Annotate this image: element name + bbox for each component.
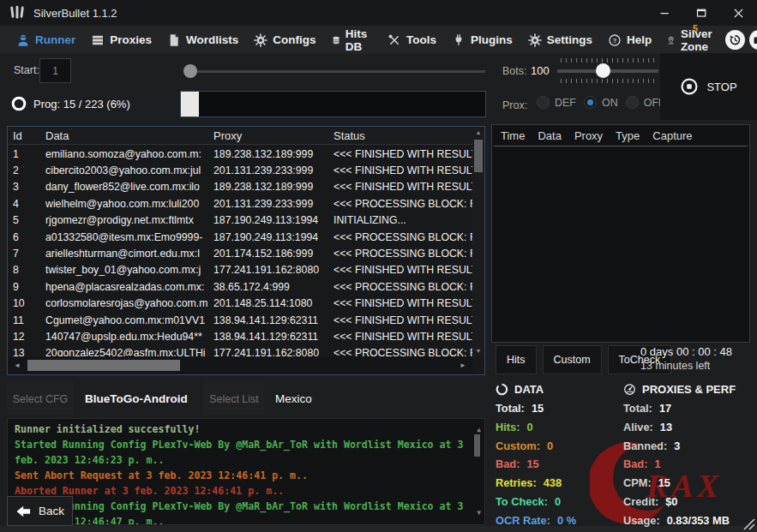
close-button[interactable] [720,0,757,26]
stat-label: Bad: [623,457,647,470]
tab-hits[interactable]: Hits [496,345,537,374]
start-input[interactable]: 1 [39,58,71,83]
scroll-right-icon[interactable]: ► [460,362,466,369]
nav-item-runner[interactable]: Runner [9,26,83,54]
column-header-time[interactable]: Time [501,129,525,142]
cell-proxy: 187.190.249.113:1994 [213,231,333,243]
timer-elapsed: 0 days 00 : 00 : 48 [640,344,732,359]
stat-value: $0 [665,495,677,508]
cell-id: 1 [13,148,45,160]
minimize-button[interactable] [646,0,683,26]
stat-label: Alive: [623,421,653,433]
column-header-proxy[interactable]: Proxy [213,129,333,142]
table-row[interactable]: 6a01332580@itesm.mx:Emo9999-187.190.249.… [8,229,472,245]
log-scroll-down-icon[interactable]: ▼ [477,505,481,521]
nav-item-plugins[interactable]: Plugins [444,26,520,54]
table-row[interactable]: 5rjgomezr@prodigy.net.mx:ftlmtx187.190.2… [8,212,472,229]
nav-item-proxies[interactable]: Proxies [83,26,159,54]
bots-slider-thumb[interactable] [596,63,610,78]
stat-label: Credit: [623,495,658,508]
data-stats-header: DATA [496,383,617,396]
tab-custom[interactable]: Custom [543,345,602,374]
nav-item-silver-zone[interactable]: Silver Zone5 [659,26,725,54]
maximize-button[interactable] [683,0,720,26]
nav-item-label: Tools [406,33,436,46]
table-row[interactable]: 1320gonzalez5402@asfm.mx:ULTHi177.241.19… [8,345,472,356]
cell-status: <<< FINISHED WITH RESULT [333,181,472,193]
bots-slider[interactable] [557,62,658,81]
column-header-type[interactable]: Type [616,129,640,142]
table-row[interactable]: 7arielleshturman@cimort.edu.mx:l201.174.… [8,245,472,261]
prox-option-def[interactable]: DEF [537,96,576,109]
progress-fill [181,92,199,117]
column-header-capture[interactable]: Capture [652,129,692,142]
history-button[interactable] [725,30,745,50]
cell-proxy: 201.174.152.186:999 [213,248,333,260]
cell-proxy: 177.241.191.162:8080 [213,264,333,276]
nav-item-wordlists[interactable]: Wordlists [159,26,246,54]
prox-option-off[interactable]: OFF [626,96,665,109]
table-row[interactable]: 2cibercito2003@yahoo.com.mx:jul201.131.2… [8,162,472,178]
radio-label: DEF [555,97,576,109]
nav-item-settings[interactable]: Settings [520,26,600,54]
table-row[interactable]: 1emiliano.somoza@yahoo.com.m:189.238.132… [8,146,472,162]
nav-item-tools[interactable]: Tools [380,26,444,54]
nav-item-configs[interactable]: Configs [246,26,323,54]
nav-item-hits-db[interactable]: Hits DB [324,26,381,54]
window-controls [646,0,757,26]
select-list-button[interactable]: Select List [203,382,265,415]
selected-wordlist: Mexico [275,392,312,405]
cell-status: <<< FINISHED WITH RESULT [333,148,472,160]
column-header-data[interactable]: Data [538,129,561,142]
table-row[interactable]: 11Cgumet@yahoo.com.mx:m01VV1138.94.141.1… [8,312,472,328]
scroll-up-icon[interactable]: ▲ [472,129,484,135]
stop-button[interactable]: STOP [660,53,757,120]
table-row[interactable]: 10corlosmolaresrojas@yahoo.com.m201.148.… [8,296,472,312]
cell-data: dany_flower852@live.com.mx:ilo [45,181,213,193]
log-scroll-thumb[interactable] [474,434,480,457]
cell-proxy: 38.65.172.4:999 [213,281,333,293]
table-row[interactable]: 12140747@upslp.edu.mx:Hedu94**138.94.141… [8,328,472,344]
stat-row: Bad:15 [496,455,617,474]
results-horizontal-scrollbar[interactable]: ◄ ► [8,356,472,374]
start-slider-thumb[interactable] [183,64,197,78]
cell-id: 10 [13,297,45,309]
column-header-proxy[interactable]: Proxy [574,129,603,142]
worker-icon [16,33,30,47]
column-header-id[interactable]: Id [13,129,45,142]
stat-label: Usage: [623,514,660,527]
cell-status: <<< PROCESSING BLOCK: R [333,281,472,293]
scroll-left-icon[interactable]: ◄ [14,362,21,369]
prox-option-on[interactable]: ON [584,96,618,109]
table-row[interactable]: 8twister_boy_01@yahoo.com.mx:j177.241.19… [8,262,472,278]
scroll-down-icon[interactable]: ▼ [472,348,484,354]
results-vscroll-thumb[interactable] [474,140,483,172]
table-row[interactable]: 4wielhelm@yahoo.com.mx:luli200201.131.23… [8,195,472,212]
results-table-header: IdDataProxyStatus [8,127,484,145]
start-slider[interactable] [185,70,485,73]
column-header-status[interactable]: Status [333,129,484,142]
prox-label: Prox: [502,99,527,111]
results-table-body: 1emiliano.somoza@yahoo.com.m:189.238.132… [8,146,472,356]
results-vertical-scrollbar[interactable]: ▲ ▼ [472,127,484,356]
cell-status: <<< FINISHED WITH RESULT [333,264,472,276]
select-cfg-button[interactable]: Select CFG [7,382,74,415]
stat-row: OCR Rate:0 % [496,511,617,530]
gauge-icon [623,383,636,396]
minimize-icon [658,6,672,21]
table-row[interactable]: 9hpena@placasrealzadas.com.mx:38.65.172.… [8,278,472,295]
cell-proxy: 138.94.141.129:62311 [213,331,333,343]
stop-icon [680,77,699,96]
table-row[interactable]: 3dany_flower852@live.com.mx:ilo189.238.1… [8,179,472,195]
nav-item-help[interactable]: ?Help [600,26,659,54]
results-hscroll-thumb[interactable] [27,360,180,371]
data-stats-title: DATA [514,383,544,396]
back-button[interactable]: Back [7,496,73,526]
column-header-data[interactable]: Data [45,129,213,142]
radio-unselected-icon [626,96,639,109]
data-ring-icon [496,383,508,396]
stat-row: Custom:0 [496,437,617,456]
camera-button[interactable] [749,30,757,50]
cell-id: 7 [13,248,45,260]
resize-grip[interactable] [742,517,755,530]
